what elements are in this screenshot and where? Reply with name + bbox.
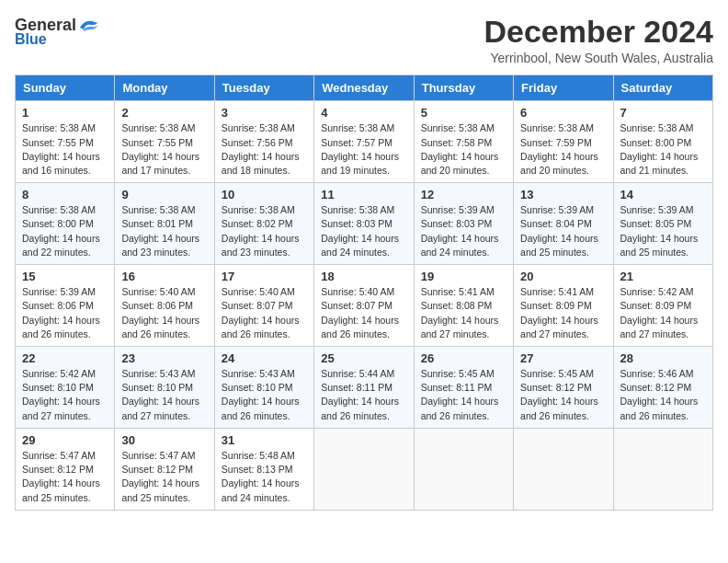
calendar-cell: 8Sunrise: 5:38 AM Sunset: 8:00 PM Daylig…: [16, 183, 115, 265]
cell-info: Sunrise: 5:46 AM Sunset: 8:12 PM Dayligh…: [620, 367, 706, 423]
calendar-cell: 6Sunrise: 5:38 AM Sunset: 7:59 PM Daylig…: [514, 101, 613, 183]
calendar-cell: 15Sunrise: 5:39 AM Sunset: 8:06 PM Dayli…: [16, 265, 115, 347]
day-number: 21: [620, 270, 706, 283]
day-number: 20: [520, 270, 606, 283]
day-number: 31: [222, 433, 307, 447]
calendar-cell: 4Sunrise: 5:38 AM Sunset: 7:57 PM Daylig…: [314, 101, 414, 183]
cell-info: Sunrise: 5:42 AM Sunset: 8:10 PM Dayligh…: [22, 367, 108, 423]
day-number: 26: [421, 351, 506, 365]
day-number: 12: [421, 188, 506, 201]
logo: General Blue: [15, 15, 102, 48]
calendar-cell: 2Sunrise: 5:38 AM Sunset: 7:55 PM Daylig…: [115, 101, 214, 183]
calendar-table: SundayMondayTuesdayWednesdayThursdayFrid…: [15, 75, 713, 510]
cell-info: Sunrise: 5:45 AM Sunset: 8:11 PM Dayligh…: [421, 367, 506, 423]
calendar-cell: 12Sunrise: 5:39 AM Sunset: 8:03 PM Dayli…: [414, 183, 513, 265]
day-header-sunday: Sunday: [16, 75, 115, 101]
calendar-cell: 20Sunrise: 5:41 AM Sunset: 8:09 PM Dayli…: [514, 265, 613, 347]
calendar-week-row: 29Sunrise: 5:47 AM Sunset: 8:12 PM Dayli…: [16, 428, 713, 510]
day-number: 4: [321, 106, 406, 120]
calendar-cell: 13Sunrise: 5:39 AM Sunset: 8:04 PM Dayli…: [514, 183, 613, 265]
day-number: 14: [620, 188, 706, 201]
cell-info: Sunrise: 5:47 AM Sunset: 8:12 PM Dayligh…: [22, 449, 108, 505]
day-number: 13: [520, 188, 606, 201]
cell-info: Sunrise: 5:42 AM Sunset: 8:09 PM Dayligh…: [620, 285, 706, 341]
day-number: 8: [22, 188, 108, 201]
calendar-header-row: SundayMondayTuesdayWednesdayThursdayFrid…: [16, 75, 713, 101]
cell-info: Sunrise: 5:38 AM Sunset: 7:55 PM Dayligh…: [121, 121, 207, 178]
calendar-week-row: 15Sunrise: 5:39 AM Sunset: 8:06 PM Dayli…: [16, 265, 713, 347]
calendar-week-row: 8Sunrise: 5:38 AM Sunset: 8:00 PM Daylig…: [16, 183, 713, 265]
cell-info: Sunrise: 5:48 AM Sunset: 8:13 PM Dayligh…: [222, 449, 307, 505]
cell-info: Sunrise: 5:41 AM Sunset: 8:09 PM Dayligh…: [520, 285, 606, 341]
day-header-wednesday: Wednesday: [314, 75, 414, 101]
day-header-friday: Friday: [514, 75, 613, 101]
logo-blue: Blue: [15, 31, 47, 48]
cell-info: Sunrise: 5:38 AM Sunset: 8:01 PM Dayligh…: [121, 203, 207, 259]
cell-info: Sunrise: 5:38 AM Sunset: 8:02 PM Dayligh…: [222, 203, 307, 259]
calendar-cell: 27Sunrise: 5:45 AM Sunset: 8:12 PM Dayli…: [514, 347, 613, 429]
cell-info: Sunrise: 5:44 AM Sunset: 8:11 PM Dayligh…: [321, 367, 406, 423]
day-header-monday: Monday: [115, 75, 214, 101]
day-number: 28: [620, 351, 706, 365]
calendar-cell: 3Sunrise: 5:38 AM Sunset: 7:56 PM Daylig…: [214, 101, 313, 183]
cell-info: Sunrise: 5:38 AM Sunset: 7:55 PM Dayligh…: [22, 121, 108, 178]
day-number: 23: [121, 351, 207, 365]
day-number: 15: [22, 270, 108, 283]
day-number: 25: [321, 351, 406, 365]
cell-info: Sunrise: 5:38 AM Sunset: 7:59 PM Dayligh…: [520, 121, 606, 178]
cell-info: Sunrise: 5:41 AM Sunset: 8:08 PM Dayligh…: [421, 285, 506, 341]
calendar-cell: 14Sunrise: 5:39 AM Sunset: 8:05 PM Dayli…: [613, 183, 712, 265]
cell-info: Sunrise: 5:40 AM Sunset: 8:07 PM Dayligh…: [222, 285, 307, 341]
day-number: 16: [121, 270, 207, 283]
day-number: 3: [222, 106, 307, 120]
cell-info: Sunrise: 5:38 AM Sunset: 8:03 PM Dayligh…: [321, 203, 406, 259]
calendar-cell: [314, 428, 414, 510]
day-header-saturday: Saturday: [613, 75, 712, 101]
calendar-week-row: 1Sunrise: 5:38 AM Sunset: 7:55 PM Daylig…: [16, 101, 713, 183]
day-number: 1: [22, 106, 108, 120]
cell-info: Sunrise: 5:43 AM Sunset: 8:10 PM Dayligh…: [222, 367, 307, 423]
day-header-thursday: Thursday: [414, 75, 513, 101]
cell-info: Sunrise: 5:38 AM Sunset: 7:56 PM Dayligh…: [222, 121, 307, 178]
day-number: 29: [22, 433, 108, 447]
cell-info: Sunrise: 5:39 AM Sunset: 8:05 PM Dayligh…: [620, 203, 706, 259]
day-number: 2: [121, 106, 207, 120]
cell-info: Sunrise: 5:47 AM Sunset: 8:12 PM Dayligh…: [121, 449, 207, 505]
calendar-cell: 1Sunrise: 5:38 AM Sunset: 7:55 PM Daylig…: [16, 101, 115, 183]
calendar-cell: 30Sunrise: 5:47 AM Sunset: 8:12 PM Dayli…: [115, 428, 214, 510]
calendar-cell: 26Sunrise: 5:45 AM Sunset: 8:11 PM Dayli…: [414, 347, 513, 429]
cell-info: Sunrise: 5:40 AM Sunset: 8:06 PM Dayligh…: [121, 285, 207, 341]
cell-info: Sunrise: 5:39 AM Sunset: 8:03 PM Dayligh…: [421, 203, 506, 259]
day-number: 24: [222, 351, 307, 365]
calendar-cell: 5Sunrise: 5:38 AM Sunset: 7:58 PM Daylig…: [414, 101, 513, 183]
cell-info: Sunrise: 5:38 AM Sunset: 7:57 PM Dayligh…: [321, 121, 406, 178]
main-title: December 2024: [483, 15, 713, 49]
day-number: 6: [520, 106, 606, 120]
day-number: 7: [620, 106, 706, 120]
cell-info: Sunrise: 5:38 AM Sunset: 7:58 PM Dayligh…: [421, 121, 506, 178]
cell-info: Sunrise: 5:43 AM Sunset: 8:10 PM Dayligh…: [121, 367, 207, 423]
subtitle: Yerrinbool, New South Wales, Australia: [483, 51, 713, 65]
calendar-cell: 28Sunrise: 5:46 AM Sunset: 8:12 PM Dayli…: [613, 347, 712, 429]
calendar-cell: 18Sunrise: 5:40 AM Sunset: 8:07 PM Dayli…: [314, 265, 414, 347]
cell-info: Sunrise: 5:39 AM Sunset: 8:06 PM Dayligh…: [22, 285, 108, 341]
day-number: 18: [321, 270, 406, 283]
cell-info: Sunrise: 5:38 AM Sunset: 8:00 PM Dayligh…: [22, 203, 108, 259]
calendar-cell: 16Sunrise: 5:40 AM Sunset: 8:06 PM Dayli…: [115, 265, 214, 347]
title-block: December 2024 Yerrinbool, New South Wale…: [483, 15, 713, 65]
cell-info: Sunrise: 5:38 AM Sunset: 8:00 PM Dayligh…: [620, 121, 706, 178]
calendar-cell: 10Sunrise: 5:38 AM Sunset: 8:02 PM Dayli…: [214, 183, 313, 265]
calendar-cell: [613, 428, 712, 510]
day-number: 11: [321, 188, 406, 201]
day-number: 9: [121, 188, 207, 201]
calendar-cell: 21Sunrise: 5:42 AM Sunset: 8:09 PM Dayli…: [613, 265, 712, 347]
logo-bird-icon: [76, 15, 102, 35]
calendar-cell: [514, 428, 613, 510]
day-number: 22: [22, 351, 108, 365]
day-number: 19: [421, 270, 506, 283]
calendar-cell: 31Sunrise: 5:48 AM Sunset: 8:13 PM Dayli…: [214, 428, 313, 510]
calendar-cell: 24Sunrise: 5:43 AM Sunset: 8:10 PM Dayli…: [214, 347, 313, 429]
calendar-cell: 23Sunrise: 5:43 AM Sunset: 8:10 PM Dayli…: [115, 347, 214, 429]
day-number: 27: [520, 351, 606, 365]
calendar-cell: 7Sunrise: 5:38 AM Sunset: 8:00 PM Daylig…: [613, 101, 712, 183]
